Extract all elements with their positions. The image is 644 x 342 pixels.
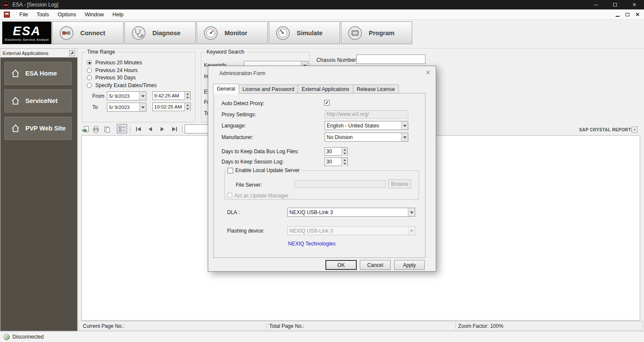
close-icon: ✕: [632, 2, 636, 7]
app-window: ESA - [Session Log] ✕ File Tools Options…: [0, 0, 644, 342]
home-icon: [11, 69, 20, 78]
chevron-down-icon: [139, 103, 146, 111]
chassis-number-input[interactable]: [356, 54, 425, 64]
minimize-button[interactable]: [586, 0, 605, 9]
auto-detect-proxy-checkbox[interactable]: [324, 100, 330, 106]
print-button[interactable]: [91, 125, 100, 133]
proxy-settings-field: http://www.w3.org/: [325, 110, 408, 118]
first-page-icon: [136, 127, 137, 131]
menubar: File Tools Options Window Help ✕: [0, 9, 644, 20]
restore-button[interactable]: [605, 0, 625, 9]
spin-up-icon[interactable]: [342, 158, 347, 162]
radio-specify-exact-dates[interactable]: Specify Exact Dates/Times: [87, 82, 157, 88]
spin-down-icon[interactable]: [342, 162, 347, 166]
external-applications-panel: External Applications ESA Home ServiceNe…: [0, 48, 78, 331]
close-button[interactable]: ✕: [625, 0, 644, 9]
radio-previous-24-hours[interactable]: Previous 24 Hours: [87, 67, 138, 73]
menu-options[interactable]: Options: [53, 11, 80, 18]
menu-tools[interactable]: Tools: [32, 11, 53, 18]
time-range-title: Time Range: [85, 49, 117, 55]
main-toolbar: ESA Electronic Service Analyst Connect D…: [0, 20, 644, 48]
chevron-down-icon: [408, 208, 415, 216]
menu-file[interactable]: File: [15, 11, 32, 18]
manufacturer-dropdown[interactable]: No Division: [325, 133, 408, 142]
radio-previous-20-minutes[interactable]: Previous 20 Minutes: [87, 60, 142, 66]
report-statusbar: Current Page No.: Total Page No.: Zoom F…: [78, 321, 643, 330]
nexiq-technologies-link[interactable]: NEXIQ Technologies: [288, 241, 336, 247]
mdi-close-button[interactable]: ✕: [635, 12, 640, 18]
language-dropdown[interactable]: English - United States: [325, 121, 408, 130]
copy-button[interactable]: [103, 125, 111, 133]
esa-logo: ESA Electronic Service Analyst: [2, 21, 52, 44]
keyword-search-title: Keyword Search: [205, 49, 246, 55]
spin-up-icon[interactable]: [185, 103, 190, 107]
spin-up-icon[interactable]: [185, 92, 190, 96]
from-time-spinner[interactable]: 9:42:25 AM: [152, 91, 191, 100]
monitor-button[interactable]: Monitor: [197, 21, 268, 44]
simulate-button[interactable]: Simulate: [269, 21, 340, 44]
from-label: From: [92, 93, 104, 99]
days-session-spinner[interactable]: 30: [325, 157, 348, 166]
ok-button[interactable]: OK: [325, 260, 357, 270]
act-update-manager-label: Act as Update Manager: [234, 193, 289, 199]
spin-down-icon[interactable]: [185, 96, 190, 100]
program-button[interactable]: Program: [341, 21, 412, 44]
monitor-icon: [203, 25, 219, 41]
from-date-picker[interactable]: 5/ 9/2023: [107, 91, 146, 100]
flashing-device-label: Flashing device:: [227, 228, 264, 234]
to-date-picker[interactable]: 5/ 9/2023: [107, 103, 146, 112]
menu-window[interactable]: Window: [80, 11, 108, 18]
next-page-button[interactable]: [157, 125, 167, 133]
tab-license-and-password[interactable]: License and Password: [239, 85, 298, 94]
toolbar-separator: [130, 126, 131, 133]
language-label: Language:: [222, 123, 246, 129]
enable-local-update-checkbox[interactable]: [228, 168, 233, 173]
sidebar-item-esa-home[interactable]: ESA Home: [4, 62, 72, 85]
dla-dropdown[interactable]: NEXIQ USB-Link 3: [287, 208, 415, 217]
tab-external-applications[interactable]: External Applications: [298, 85, 353, 94]
sidebar-item-pvp-web-site[interactable]: PVP Web Site: [4, 117, 72, 140]
toggle-group-tree-button[interactable]: [117, 124, 127, 133]
connection-status-text: Disconnected: [12, 334, 44, 340]
print-icon: [92, 126, 100, 133]
pin-icon: [70, 51, 74, 55]
file-server-label: File Server:: [236, 182, 262, 188]
connect-button[interactable]: Connect: [52, 21, 124, 44]
export-button[interactable]: [81, 125, 90, 133]
current-page-label: Current Page No.:: [83, 323, 125, 329]
diagnose-button[interactable]: Diagnose: [125, 21, 196, 44]
spin-down-icon[interactable]: [342, 152, 347, 156]
cancel-button[interactable]: Cancel: [360, 260, 391, 270]
menu-help[interactable]: Help: [108, 11, 128, 18]
proxy-settings-label: Proxy Settings:: [222, 112, 256, 118]
spin-down-icon[interactable]: [185, 107, 190, 111]
pin-button[interactable]: [69, 50, 75, 56]
chevron-down-icon: [139, 92, 146, 100]
tab-general[interactable]: General: [213, 84, 239, 94]
spin-up-icon[interactable]: [342, 148, 347, 152]
mdi-minimize-button[interactable]: [616, 16, 620, 17]
sidebar-item-servicenet[interactable]: ServiceNet: [4, 89, 72, 112]
last-page-button[interactable]: [169, 125, 179, 133]
to-time-spinner[interactable]: 10:02:25 AM: [152, 103, 191, 111]
restore-icon: [613, 3, 617, 6]
sidebar-title: External Applications: [3, 51, 49, 56]
total-page-label: Total Page No.:: [269, 323, 304, 329]
act-update-manager-checkbox[interactable]: [227, 193, 232, 198]
apply-button[interactable]: Apply: [394, 260, 425, 270]
browse-button[interactable]: Browse: [388, 179, 411, 188]
titlebar: ESA - [Session Log] ✕: [0, 0, 644, 9]
last-page-icon: [172, 127, 176, 131]
previous-page-button[interactable]: [145, 125, 155, 133]
radio-icon: [87, 68, 92, 73]
crystal-close-button[interactable]: ✕: [632, 127, 638, 133]
days-data-bus-spinner[interactable]: 30: [325, 147, 348, 156]
dialog-close-button[interactable]: ✕: [425, 70, 431, 76]
radio-previous-30-days[interactable]: Previous 30 Days: [87, 75, 136, 81]
tab-release-license[interactable]: Release License: [353, 85, 399, 94]
first-page-button[interactable]: [133, 125, 143, 133]
next-page-icon: [161, 127, 164, 131]
mdi-restore-button[interactable]: [626, 13, 629, 16]
group-tree-icon: [118, 125, 126, 133]
home-icon: [11, 124, 20, 133]
